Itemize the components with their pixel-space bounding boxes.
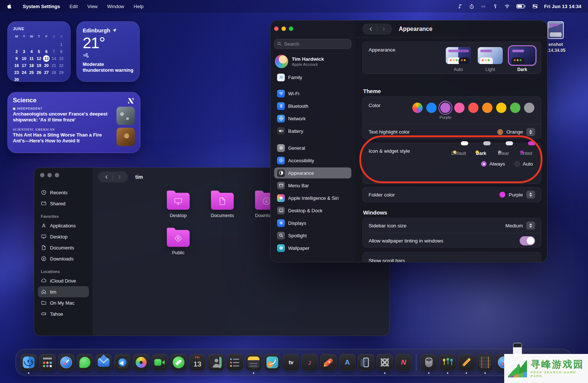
menu-view[interactable]: View [87,4,98,9]
appearance-mode-auto[interactable]: Auto [445,47,471,72]
finder-sidebar-applications[interactable]: Applications [38,220,89,231]
wallpaper-tinting-toggle[interactable] [520,236,535,245]
dock-icon-rocket[interactable] [320,354,337,371]
theme-color-blue[interactable] [426,103,437,113]
theme-color-multicolor[interactable] [412,103,423,113]
icon-style-tinted[interactable]: Tinted [517,148,535,156]
settings-sidebar-wifi[interactable]: Wi-Fi [274,88,351,99]
search-input[interactable] [274,39,351,49]
dock-icon-app-store[interactable]: A [339,354,356,371]
theme-color-purple[interactable]: Purple [440,103,451,113]
dock-icon-maps[interactable] [114,354,131,371]
theme-color-gray[interactable] [524,103,534,113]
dock-icon-music[interactable]: ♪ [301,354,318,371]
settings-sidebar-desktop-dock[interactable]: Desktop & Dock [274,205,351,216]
folder-documents[interactable]: Documents [200,193,244,218]
settings-sidebar-displays[interactable]: Displays [274,217,351,228]
menu-app-name[interactable]: System Settings [23,4,60,9]
audio-waveform-icon[interactable] [481,4,486,9]
finder-sidebar-tahoe[interactable]: Tahoe [38,308,89,319]
control-center-icon[interactable] [532,3,538,9]
theme-color-yellow[interactable] [496,103,506,113]
settings-sidebar-accessibility[interactable]: Accessibility [274,155,351,166]
dock-icon-facetime[interactable] [151,354,168,371]
dock-icon-reminders[interactable] [226,354,243,371]
settings-sidebar-spotlight[interactable]: Spotlight [274,230,351,241]
settings-sidebar-appearance[interactable]: Appearance [274,167,351,178]
sidebar-icon-size-stepper[interactable] [526,221,535,230]
dock-icon-news[interactable]: N [395,354,412,371]
dock-icon-launchpad[interactable] [39,354,56,371]
dock-icon-freeform[interactable] [264,354,281,371]
battery-icon[interactable] [516,4,526,9]
settings-sidebar-bluetooth[interactable]: Bluetooth [274,100,351,111]
finder-traffic-lights[interactable] [40,173,89,177]
finder-nav[interactable] [98,171,128,182]
dock-icon-finder[interactable] [20,354,37,371]
stopwatch-icon[interactable] [469,4,474,9]
finder-sidebar-recents[interactable]: Recents [38,187,89,198]
theme-color-pink[interactable] [454,103,465,113]
appearance-mode-dark[interactable]: Dark [509,47,535,72]
news-story[interactable]: INDEPENDENT Archaeologists uncover Franc… [13,107,135,125]
weather-widget[interactable]: Edinburgh 21° Moderate thunderstorm warn… [76,21,140,82]
news-widget[interactable]: Science INDEPENDENT Archaeologists uncov… [7,92,140,153]
finder-sidebar-downloads[interactable]: Downloads [38,253,89,264]
settings-traffic-lights[interactable] [274,26,351,31]
forward-button[interactable] [113,171,126,182]
dock-icon-messages[interactable] [76,354,93,371]
dock-icon-speaker-app[interactable] [420,354,437,371]
passwords-key-icon[interactable] [492,4,498,9]
settings-search[interactable] [274,39,351,49]
theme-color-red[interactable] [468,103,478,113]
finder-sidebar-desktop[interactable]: Desktop [38,231,89,242]
theme-color-green[interactable] [510,103,520,113]
finder-sidebar-tim[interactable]: tim [38,286,89,297]
settings-sidebar-family[interactable]: Family [274,72,351,83]
dock-icon-apple-tv[interactable]: tv [283,354,300,371]
dock-icon-photos[interactable] [133,354,150,371]
finder-sidebar-on-my-mac[interactable]: On My Mac [38,297,89,308]
finder-sidebar-icloud-drive[interactable]: iCloud Drive [38,275,89,286]
settings-sidebar-apple-intelligence-siri[interactable]: Apple Intelligence & Siri [274,192,351,203]
highlight-color-stepper[interactable] [526,128,535,136]
settings-sidebar-network[interactable]: Network [274,113,351,124]
menubar-clock[interactable]: Fri Jun 13 14:34 [544,4,581,9]
dock-icon-contacts[interactable] [208,354,225,371]
dock-icon-spreadsheet-app[interactable] [477,354,494,371]
back-button[interactable] [365,24,377,35]
dock-icon-calendar[interactable]: FRI 13 [189,354,206,371]
music-note-icon[interactable] [458,4,463,9]
calendar-widget[interactable]: JUNE MTWTFSS 123456789101112131415161718… [7,21,71,82]
finder-sidebar-documents[interactable]: Documents [38,242,89,253]
back-button[interactable] [100,171,113,182]
menu-help[interactable]: Help [134,4,144,9]
settings-sidebar-wallpaper[interactable]: Wallpaper [274,242,351,253]
dock-icon-phone[interactable] [170,354,187,371]
apple-account-row[interactable]: Tim Hardwick Apple Account [275,55,351,68]
folder-color-stepper[interactable] [526,191,535,199]
settings-nav[interactable] [362,24,392,35]
dock-icon-system-settings[interactable] [376,354,393,371]
forward-button[interactable] [377,24,390,35]
menu-edit[interactable]: Edit [69,4,78,9]
theme-color-orange[interactable] [482,103,492,113]
wifi-icon[interactable] [504,3,510,9]
icon-style-clear[interactable]: Clear [494,148,513,156]
dock-icon-safari[interactable] [58,354,75,371]
icon-style-dark[interactable]: Dark [472,148,490,156]
folder-desktop[interactable]: Desktop [156,193,200,218]
finder-sidebar-shared[interactable]: Shared [38,198,89,209]
settings-sidebar-general[interactable]: General [274,142,351,153]
settings-sidebar-menu-bar[interactable]: Menu Bar [274,180,351,191]
icon-style-radio-auto[interactable]: Auto [514,161,533,167]
news-story[interactable]: SCIENTIFIC AMERICAN This Ant Has a Sting… [13,128,135,146]
dock-icon-passwords[interactable] [439,354,456,371]
icon-style-default[interactable]: Default [449,148,468,156]
dock-icon-pages[interactable] [458,354,475,371]
dock-icon-iphone-mirroring[interactable] [358,354,374,371]
apple-logo-icon[interactable] [7,3,12,9]
folder-public[interactable]: Public [156,230,200,255]
settings-sidebar-battery[interactable]: Battery [274,125,351,136]
dock-icon-notes[interactable] [245,354,262,371]
